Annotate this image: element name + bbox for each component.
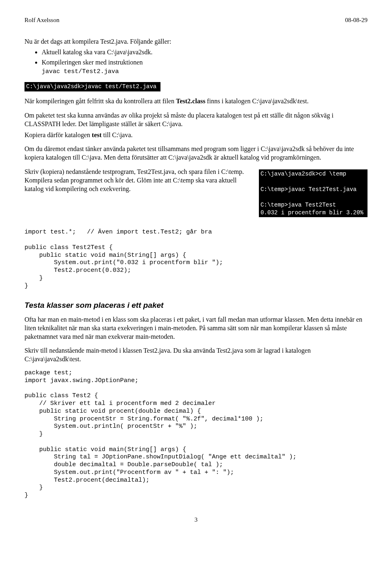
paragraph: När kompileringen gått felfritt ska du k… [24,97,368,106]
intro-paragraph: Nu är det dags att kompilera Test2.java.… [24,38,368,46]
list-item: Aktuell katalog ska vara C:\java\java2sd… [42,48,368,57]
bullet-text: Kompileringen sker med instruktionen [42,59,143,66]
paragraph: Om paketet test ska kunna användas av ol… [24,111,368,129]
code-block-2: package test; import javax.swing.JOption… [24,369,368,500]
paragraph: Skriv till nedanstående main-metod i kla… [24,347,368,364]
paragraph: Kopiera därför katalogen test till C:\ja… [24,131,368,140]
paragraph: Ofta har man en main-metod i en klass so… [24,316,368,341]
bullet-text: Aktuell katalog ska vara C:\java\java2sd… [42,49,152,56]
section-heading: Testa klasser som placeras i ett paket [24,300,368,311]
page-number: 3 [24,516,368,524]
page-header: Rolf Axelsson 08-08-29 [24,16,368,24]
bullet-code: javac test/Test2.java [42,68,119,75]
list-item: Kompileringen sker med instruktionen jav… [42,58,368,76]
terminal-output-1: C:\java\java2sdk>javac test/Test2.java [24,82,160,91]
terminal-output-2: C:\java\java2sdk>cd \temp C:\temp>javac … [259,169,368,217]
bullet-list: Aktuell katalog ska vara C:\java\java2sd… [24,48,368,76]
author: Rolf Axelsson [24,16,59,24]
paragraph: Om du däremot endast tänker använda pake… [24,145,368,162]
code-block-1: import test.*; // Även import test.Test2… [24,229,368,290]
date: 08-08-29 [345,16,368,24]
